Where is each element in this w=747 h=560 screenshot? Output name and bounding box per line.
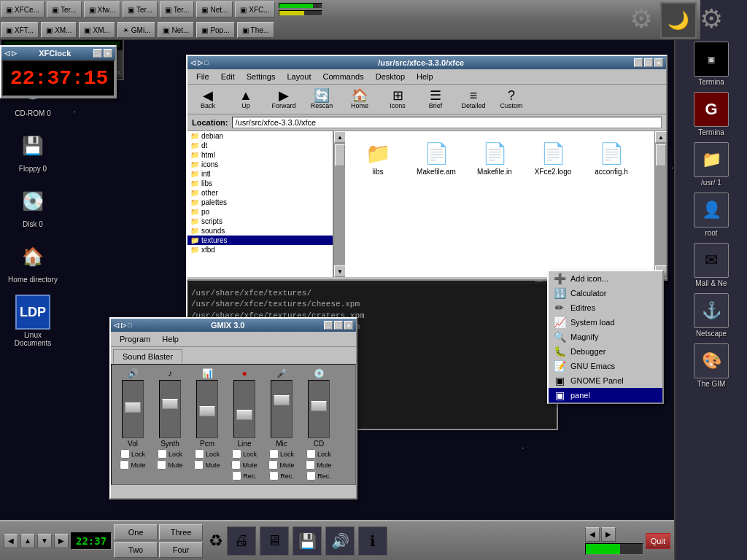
taskbar-item-3[interactable]: ▣ Xfw... <box>84 1 120 18</box>
taskbar-nav-right[interactable]: ▶ <box>54 534 69 548</box>
fm-detailed-btn[interactable]: ≡ Detailed <box>455 87 492 112</box>
gmix-menu-help[interactable]: Help <box>156 333 185 345</box>
gmix-synth-mute-check[interactable] <box>157 460 166 470</box>
taskbar-task-one[interactable]: One <box>114 524 158 540</box>
filemanager-close-btn[interactable]: × <box>654 58 663 67</box>
context-menu-panel[interactable]: ▣ panel <box>549 388 662 402</box>
taskbar-item-r2-6[interactable]: ▣ Pop... <box>196 22 234 38</box>
fm-file-makefilein[interactable]: 📄 Makefile.in <box>469 139 520 176</box>
home-icon[interactable]: 🏠 Home directory <box>7 239 58 284</box>
fm-file-libs[interactable]: 📁 libs <box>352 139 403 176</box>
gmix-pcm-mute-check[interactable] <box>194 460 204 470</box>
fm-tree-libs[interactable]: 📁 libs <box>187 179 333 188</box>
taskbar-recycle-icon[interactable]: ♻ <box>209 532 223 551</box>
taskbar-item-4[interactable]: ▣ Ter... <box>123 1 158 18</box>
taskbar-scroll-right-btn[interactable]: ▶ <box>601 527 616 542</box>
fm-up-btn[interactable]: ▲ Up <box>228 87 264 112</box>
fm-forward-btn[interactable]: ▶ Forward <box>266 87 302 112</box>
taskbar-printer-icon[interactable]: 🖨 <box>227 526 256 556</box>
fm-menu-settings[interactable]: Settings <box>241 71 282 82</box>
gmix-maximize-btn[interactable]: □ <box>334 321 343 330</box>
gmix-minimize-btn[interactable]: _ <box>324 321 333 330</box>
fm-tree-icons[interactable]: 📁 icons <box>187 160 333 169</box>
fm-tree-po[interactable]: 📁 po <box>187 207 333 217</box>
taskbar-speaker-icon[interactable]: 🔊 <box>325 526 355 556</box>
gmix-vol-fader[interactable] <box>125 402 141 413</box>
fm-tree-intl[interactable]: 📁 intl <box>187 169 333 179</box>
gmix-cd-fader[interactable] <box>311 401 327 411</box>
taskbar-item-r2-7[interactable]: ▣ The... <box>237 22 275 38</box>
gmix-line-lock-check[interactable] <box>232 449 241 459</box>
gmix-line-rec-check[interactable] <box>232 471 241 481</box>
fm-menu-desktop[interactable]: Desktop <box>370 71 411 82</box>
taskbar-task-three[interactable]: Three <box>159 524 203 540</box>
context-menu-calculator[interactable]: 🔢 Calculator <box>549 286 662 300</box>
taskbar-info-icon[interactable]: ℹ <box>358 526 387 556</box>
sidebar-terminal-1[interactable]: ▣ Termina <box>678 39 744 88</box>
fm-scroll-down-btn[interactable]: ▼ <box>334 265 346 277</box>
fm-files-scroll-up-btn[interactable]: ▲ <box>655 131 667 143</box>
gmix-soundblaster-tab[interactable]: Sound Blaster <box>113 349 182 364</box>
fm-location-path[interactable]: /usr/src/xfce-3.3.0/xfce <box>232 117 662 128</box>
fm-tree-debian[interactable]: 📁 debian <box>187 131 333 141</box>
taskbar-nav-left[interactable]: ◀ <box>4 534 18 548</box>
fm-menu-edit[interactable]: Edit <box>215 71 241 82</box>
taskbar-task-four[interactable]: Four <box>159 542 203 558</box>
gmix-pcm-fader[interactable] <box>199 406 215 416</box>
fm-tree-scripts[interactable]: 📁 scripts <box>187 217 333 226</box>
context-menu-emacs[interactable]: 📝 GNU Emacs <box>549 359 662 373</box>
disk-icon[interactable]: 💽 Disk 0 <box>7 184 58 228</box>
gmix-mic-rec-check[interactable] <box>269 471 279 481</box>
gmix-cd-lock-check[interactable] <box>306 449 316 459</box>
taskbar-item-1[interactable]: ▣ XFCe... <box>1 1 44 18</box>
context-menu-debugger[interactable]: 🐛 Debugger <box>549 344 662 359</box>
fm-files-scroll-thumb[interactable] <box>656 144 666 166</box>
desktop-switch-icon[interactable]: 🌙 <box>660 2 697 39</box>
fm-menu-commands[interactable]: Commands <box>317 71 369 82</box>
fm-scroll-up-btn[interactable]: ▲ <box>334 131 346 143</box>
fm-files-scrollbar[interactable]: ▲ ▼ <box>654 131 666 277</box>
gmix-line-fader[interactable] <box>236 410 252 420</box>
filemanager-maximize-btn[interactable]: □ <box>644 58 653 67</box>
fm-menu-file[interactable]: File <box>190 71 215 82</box>
fm-brief-btn[interactable]: ☰ Brief <box>417 87 454 112</box>
gmix-line-mute-check[interactable] <box>231 460 241 470</box>
sidebar-mail[interactable]: ✉ Mail & Ne <box>678 241 744 289</box>
taskbar-nav-up[interactable]: ▲ <box>20 534 35 548</box>
gmix-cd-rec-check[interactable] <box>306 471 316 481</box>
taskbar-item-r2-5[interactable]: ▣ Net... <box>158 22 194 38</box>
taskbar-item-6[interactable]: ▣ Net... <box>196 1 233 18</box>
taskbar-task-two[interactable]: Two <box>114 542 158 558</box>
fm-tree-dt[interactable]: 📁 dt <box>187 141 333 150</box>
settings-gear-icon[interactable]: ⚙ <box>630 4 653 34</box>
xclock-close-btn[interactable]: × <box>104 49 112 58</box>
fm-menu-help[interactable]: Help <box>411 71 439 82</box>
fm-scroll-thumb[interactable] <box>335 144 345 166</box>
context-menu-magnify[interactable]: 🔍 Magnify <box>549 330 662 344</box>
sidebar-gimp[interactable]: 🎨 The GIM <box>678 341 744 390</box>
taskbar-item-r2-2[interactable]: ▣ XM... <box>41 22 77 38</box>
taskbar-item-5[interactable]: ▣ Ter... <box>160 1 195 18</box>
gmix-vol-mute-check[interactable] <box>120 460 129 470</box>
gmix-synth-fader[interactable] <box>162 399 178 409</box>
gmix-menu-program[interactable]: Program <box>114 333 156 345</box>
fm-tree-html[interactable]: 📁 html <box>187 150 333 160</box>
taskbar-item-2[interactable]: ▣ Ter... <box>47 1 82 18</box>
gmix-vol-lock-check[interactable] <box>120 449 130 459</box>
context-menu-sysload[interactable]: 📈 System load <box>549 315 662 330</box>
fm-icons-btn[interactable]: ⊞ Icons <box>379 87 416 112</box>
fm-tree-palettes[interactable]: 📁 palettes <box>187 198 333 207</box>
taskbar-floppy-icon[interactable]: 💾 <box>293 526 322 556</box>
fm-custom-btn[interactable]: ? Custom <box>493 87 530 112</box>
context-menu-addicon[interactable]: ➕ Add icon... <box>549 271 662 286</box>
fm-file-makefileam[interactable]: 📄 Makefile.am <box>411 139 462 176</box>
context-menu-gnomepanel[interactable]: ▣ GNOME Panel <box>549 373 662 388</box>
fm-file-xfce2logo[interactable]: 📄 XFce2.logo <box>527 139 578 176</box>
fm-file-acconfig[interactable]: 📄 acconfig.h <box>586 139 637 176</box>
floppy-icon[interactable]: 💾 Floppy 0 <box>7 128 58 173</box>
fm-tree-textures[interactable]: 📁 textures <box>187 236 333 245</box>
fm-tree-scrollbar[interactable]: ▲ ▼ <box>333 131 345 277</box>
filemanager-minimize-btn[interactable]: _ <box>634 58 643 67</box>
taskbar-item-7[interactable]: ▣ XFC... <box>235 1 274 18</box>
fm-menu-layout[interactable]: Layout <box>281 71 317 82</box>
